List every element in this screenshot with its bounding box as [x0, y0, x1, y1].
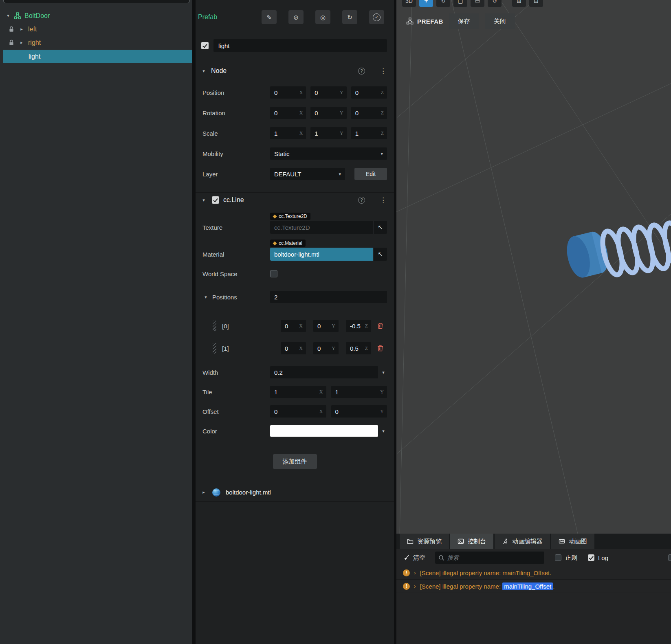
position-x-field[interactable]: 0X [270, 86, 306, 99]
world-space-checkbox[interactable] [270, 270, 277, 277]
hierarchy-item-right[interactable]: ▸ right [0, 36, 192, 49]
mobility-select[interactable]: Static ▾ [270, 147, 387, 160]
spring-object[interactable] [396, 0, 671, 534]
scale-x-field[interactable]: 1X [270, 127, 306, 139]
value: 0 [274, 110, 298, 116]
asset-picker-icon[interactable]: ↖ [373, 221, 387, 234]
position-z-field[interactable]: 0Z [351, 86, 387, 99]
caret-down-icon[interactable]: ▾ [5, 13, 11, 18]
delete-item-icon[interactable] [376, 345, 384, 352]
node-section-header[interactable]: ▾ Node ? ⋮ [196, 64, 394, 78]
chevron-right-icon[interactable]: › [414, 570, 416, 576]
scale-z-field[interactable]: 1Z [351, 127, 387, 139]
console-search-input[interactable] [447, 554, 541, 561]
chevron-right-icon[interactable]: › [414, 583, 416, 589]
tab-console[interactable]: 控制台 [450, 534, 493, 549]
console-search[interactable] [435, 552, 544, 564]
prefab-apply-button[interactable]: ✓ [369, 10, 384, 24]
tab-animation-editor[interactable]: 动画编辑器 [495, 534, 550, 549]
lock-icon[interactable] [9, 40, 14, 46]
layer-select[interactable]: DEFAULT ▾ [270, 168, 345, 180]
caret-down-icon[interactable]: ▾ [202, 295, 209, 299]
caret-down-icon[interactable]: ▾ [380, 429, 387, 434]
view-mode-button[interactable]: 3D [402, 0, 416, 7]
tab-animation-graph[interactable]: 动画图 [551, 534, 594, 549]
console-message[interactable]: ! › [Scene] illegal property name: mainT… [396, 580, 671, 593]
width-field[interactable]: 0.2 [270, 366, 378, 378]
component-enabled-checkbox[interactable] [212, 196, 219, 204]
asset-picker-icon[interactable]: ↖ [373, 248, 387, 261]
caret-right-icon[interactable]: ▸ [18, 27, 25, 31]
offset-y-field[interactable]: 0Y [331, 405, 387, 418]
lock-icon[interactable] [9, 26, 14, 32]
hierarchy-item-left[interactable]: ▸ left [0, 22, 192, 36]
hierarchy-item-label: light [29, 53, 40, 60]
menu-icon[interactable]: ⋮ [380, 68, 387, 75]
grid-toggle-button[interactable]: ⊞ [512, 0, 526, 7]
clear-console-button[interactable]: 清空 [403, 554, 425, 562]
console-message[interactable]: ! › [Scene] illegal property name: mainT… [396, 566, 671, 580]
p1-z-field[interactable]: 0.5Z [346, 342, 371, 354]
p0-z-field[interactable]: -0.5Z [346, 320, 371, 332]
position-y-field[interactable]: 0Y [310, 86, 346, 99]
caret-right-icon[interactable]: ▸ [18, 40, 25, 45]
material-asset-section[interactable]: ▸ boltdoor-light.mtl [196, 483, 394, 502]
caret-down-icon[interactable]: ▾ [380, 370, 387, 375]
p0-x-field[interactable]: 0X [281, 320, 306, 332]
axis-label: Y [340, 110, 343, 116]
log-filter[interactable]: Log [588, 554, 608, 561]
tab-assets-preview[interactable]: 资源预览 [400, 534, 449, 549]
prefab-reset-button[interactable]: ↻ [342, 10, 357, 24]
drag-handle[interactable] [213, 343, 216, 354]
node-active-checkbox[interactable] [201, 42, 209, 49]
drag-handle[interactable] [213, 321, 216, 331]
save-prefab-button[interactable]: 保存 [449, 13, 479, 29]
close-prefab-button[interactable]: 关闭 [485, 13, 515, 29]
prefab-unlink-button[interactable]: ⊘ [288, 10, 304, 24]
rotation-x-field[interactable]: 0X [270, 107, 306, 119]
item-index-label: [1] [222, 345, 281, 352]
texture-field[interactable]: cc.Texture2D ↖ [270, 221, 387, 234]
p1-x-field[interactable]: 0X [281, 342, 306, 354]
hierarchy-search-input[interactable] [3, 0, 190, 3]
node-name-input[interactable] [213, 39, 387, 52]
tile-x-field[interactable]: 1X [270, 386, 326, 398]
help-icon[interactable]: ? [358, 197, 365, 204]
caret-right-icon[interactable]: ▸ [200, 490, 207, 495]
menu-icon[interactable]: ⋮ [380, 197, 387, 204]
caret-down-icon[interactable]: ▾ [200, 69, 207, 73]
prefab-edit-button[interactable]: ✎ [262, 10, 277, 24]
add-component-button[interactable]: 添加组件 [273, 454, 317, 469]
line-section-header[interactable]: ▾ cc.Line ? ⋮ [196, 193, 394, 207]
scale-tool-button[interactable]: ▢ [453, 0, 467, 7]
caret-down-icon[interactable]: ▾ [200, 198, 207, 202]
rect-tool-button[interactable]: ▭ [471, 0, 484, 7]
tile-y-field[interactable]: 1Y [331, 386, 387, 398]
regex-filter[interactable]: 正则 [555, 554, 577, 562]
delete-item-icon[interactable] [376, 322, 384, 330]
offset-x-field[interactable]: 0X [270, 405, 326, 418]
prefab-locate-button[interactable]: ◎ [315, 10, 330, 24]
rotation-y-field[interactable]: 0Y [310, 107, 346, 119]
help-icon[interactable]: ? [358, 68, 365, 75]
reset-view-button[interactable]: ↺ [488, 0, 502, 7]
dock-tab-bar: 资源预览 控制台 动画编辑器 [396, 534, 671, 549]
rotation-z-field[interactable]: 0Z [351, 107, 387, 119]
scale-y-field[interactable]: 1Y [310, 127, 346, 139]
rotate-tool-button[interactable]: ↻ [436, 0, 450, 7]
p1-y-field[interactable]: 0Y [313, 342, 339, 354]
clear-label: 清空 [413, 554, 425, 562]
move-tool-button[interactable]: + [419, 0, 433, 7]
hierarchy-item-light[interactable]: light [0, 50, 192, 63]
p0-y-field[interactable]: 0Y [313, 320, 339, 332]
log-checkbox[interactable] [588, 554, 594, 561]
layer-edit-button[interactable]: Edit [354, 168, 387, 180]
color-swatch[interactable] [270, 425, 378, 437]
filter-checkbox-cut[interactable] [668, 554, 671, 561]
positions-count-field[interactable]: 2 [270, 291, 387, 303]
regex-checkbox[interactable] [555, 554, 561, 561]
material-field[interactable]: boltdoor-light.mtl ↖ [270, 248, 387, 261]
asset-type-label: cc.Texture2D [279, 213, 307, 219]
gizmo-toggle-button[interactable]: ⊟ [529, 0, 543, 7]
hierarchy-item-boltdoor[interactable]: ▾ BoltDoor [0, 9, 192, 22]
